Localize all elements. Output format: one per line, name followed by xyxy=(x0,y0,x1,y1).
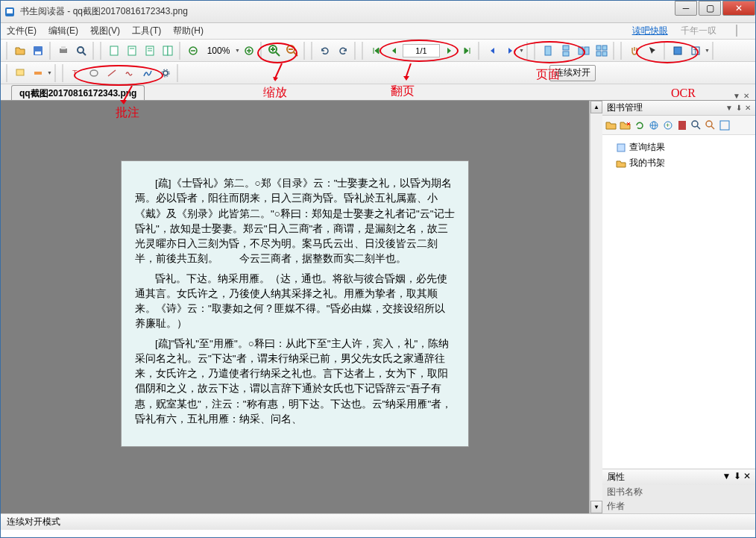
ocr-dropdown[interactable]: ▼ xyxy=(705,48,710,53)
scroll-up-icon[interactable]: ▲ xyxy=(590,101,602,113)
side-search-icon[interactable] xyxy=(690,119,702,131)
menu-help[interactable]: 帮助(H) xyxy=(173,25,204,37)
ocr-area-icon[interactable] xyxy=(670,43,686,59)
circle-tool-icon[interactable] xyxy=(86,65,102,81)
zoom-in-small-icon[interactable] xyxy=(241,43,257,59)
tree-item-shelf[interactable]: 我的书架 xyxy=(607,155,751,171)
layout-continuous-icon[interactable] xyxy=(558,43,574,59)
side-refresh-icon[interactable] xyxy=(634,119,646,131)
side-add-icon[interactable]: + xyxy=(662,119,674,131)
layout-continuous-facing-icon[interactable] xyxy=(593,43,610,59)
svg-line-7 xyxy=(83,52,86,55)
menu-file[interactable]: 文件(E) xyxy=(7,25,37,37)
prop-bookname-label: 图书名称 xyxy=(607,486,652,498)
prev-page-icon[interactable] xyxy=(385,43,402,59)
side-globe-icon[interactable] xyxy=(648,119,660,131)
svg-rect-37 xyxy=(674,47,681,54)
rotate-right-icon[interactable] xyxy=(335,43,351,59)
note-icon[interactable] xyxy=(12,65,28,81)
doc-icon-2[interactable] xyxy=(124,43,140,59)
gear-icon[interactable] xyxy=(157,65,174,81)
prop-close-icon[interactable]: ✕ xyxy=(743,471,751,481)
vertical-scrollbar[interactable]: ▲ ▼ xyxy=(590,101,602,513)
side-search2-icon[interactable] xyxy=(705,119,716,131)
scroll-down-icon[interactable]: ▼ xyxy=(590,501,602,513)
panel-close-icon[interactable]: ✕ xyxy=(745,104,751,112)
doc-icon-1[interactable] xyxy=(106,43,122,59)
print-icon[interactable] xyxy=(55,43,72,59)
text-tool-icon[interactable]: T xyxy=(68,65,84,81)
side-book-icon[interactable] xyxy=(676,119,688,131)
ocr-full-icon[interactable]: T xyxy=(687,43,704,59)
svg-rect-59 xyxy=(720,121,729,130)
minimize-button[interactable]: ─ xyxy=(675,1,697,16)
nav-dropdown[interactable]: ▼ xyxy=(519,48,524,53)
svg-rect-28 xyxy=(545,46,551,55)
document-tab-bar: qq截图20170816172343.png ▼ ✕ xyxy=(1,84,755,101)
zoom-out-big-icon[interactable] xyxy=(284,43,300,59)
zoom-in-big-icon[interactable] xyxy=(266,43,283,59)
last-page-icon[interactable] xyxy=(459,43,475,59)
menu-view[interactable]: 视图(V) xyxy=(90,25,120,37)
tab-dropdown-icon[interactable]: ▼ xyxy=(733,92,740,100)
menu-edit[interactable]: 编辑(E) xyxy=(48,25,78,37)
menu-tools[interactable]: 工具(T) xyxy=(132,25,161,37)
para-1: [疏]《士昏礼》第二。○郑《目录》云："士娶妻之礼，以昏为期名焉。必以昏者，阳往… xyxy=(135,176,455,267)
save-icon[interactable] xyxy=(30,43,46,59)
page-number-input[interactable] xyxy=(403,44,440,57)
document-viewer[interactable]: [疏]《士昏礼》第二。○郑《目录》云："士娶妻之礼，以昏为期名焉。必以昏者，阳往… xyxy=(1,101,590,513)
svg-rect-14 xyxy=(163,46,168,55)
svg-rect-31 xyxy=(579,47,583,54)
open-icon[interactable] xyxy=(12,43,28,59)
book-tree[interactable]: 查询结果 我的书架 xyxy=(602,135,755,469)
document-page: [疏]《士昏礼》第二。○郑《目录》云："士娶妻之礼，以昏为期名焉。必以昏者，阳往… xyxy=(121,160,469,447)
side-delete-icon[interactable] xyxy=(620,119,631,131)
continuous-facing-button[interactable]: 连续对开 xyxy=(549,65,596,81)
link-qiannian[interactable]: 千年一叹 xyxy=(681,25,716,36)
highlight-icon[interactable] xyxy=(30,65,46,81)
search-icon[interactable] xyxy=(73,43,89,59)
title-bar: 书生阅读器 - qq截图20170816172343.png ─ ▢ ✕ xyxy=(1,1,755,23)
doc-icon-3[interactable] xyxy=(142,43,158,59)
close-button[interactable]: ✕ xyxy=(722,1,755,16)
tree-item-results[interactable]: 查询结果 xyxy=(607,140,751,155)
panel-pin-icon[interactable]: ⬇ xyxy=(736,104,742,112)
prop-author-label: 作者 xyxy=(607,500,652,513)
svg-rect-54 xyxy=(678,121,686,130)
svg-line-27 xyxy=(294,52,297,56)
line-tool-icon[interactable] xyxy=(104,65,120,81)
prop-dropdown-icon[interactable]: ▼ xyxy=(722,471,731,481)
prop-pin-icon[interactable]: ⬇ xyxy=(734,471,741,481)
properties-title: 属性 xyxy=(607,471,625,484)
panel-dropdown-icon[interactable]: ▼ xyxy=(725,104,733,112)
search-box[interactable] xyxy=(736,25,737,37)
next-page-icon[interactable] xyxy=(441,43,457,59)
ink-tool-icon[interactable] xyxy=(139,65,156,81)
side-more-icon[interactable] xyxy=(719,119,731,131)
doc-icon-4[interactable] xyxy=(160,43,176,59)
side-open-icon[interactable] xyxy=(605,119,617,131)
svg-rect-3 xyxy=(35,51,41,54)
svg-point-43 xyxy=(90,70,98,76)
zoom-dropdown[interactable]: ▼ xyxy=(235,48,240,53)
svg-point-45 xyxy=(163,71,168,75)
first-page-icon[interactable] xyxy=(368,43,384,59)
tab-close-icon[interactable]: ✕ xyxy=(743,92,749,100)
nav-forward-icon[interactable] xyxy=(502,43,518,59)
rotate-left-icon[interactable] xyxy=(317,43,333,59)
layout-facing-icon[interactable] xyxy=(576,43,592,59)
highlight-dropdown[interactable]: ▼ xyxy=(47,70,52,75)
pointer-tool-icon[interactable] xyxy=(644,43,661,59)
link-duba[interactable]: 读吧快眼 xyxy=(632,25,668,36)
svg-rect-33 xyxy=(596,46,601,50)
nav-back-icon[interactable] xyxy=(484,43,500,59)
menu-bar: 文件(E) 编辑(E) 视图(V) 工具(T) 帮助(H) 读吧快眼 千年一叹 xyxy=(1,23,755,40)
maximize-button[interactable]: ▢ xyxy=(699,1,721,16)
squiggle-tool-icon[interactable] xyxy=(122,65,138,81)
document-tab[interactable]: qq截图20170816172343.png xyxy=(11,85,145,100)
zoom-out-small-icon[interactable] xyxy=(185,43,201,59)
layout-single-icon[interactable] xyxy=(540,43,556,59)
svg-rect-8 xyxy=(110,46,118,55)
hand-tool-icon[interactable] xyxy=(626,43,643,59)
svg-line-44 xyxy=(108,70,116,76)
